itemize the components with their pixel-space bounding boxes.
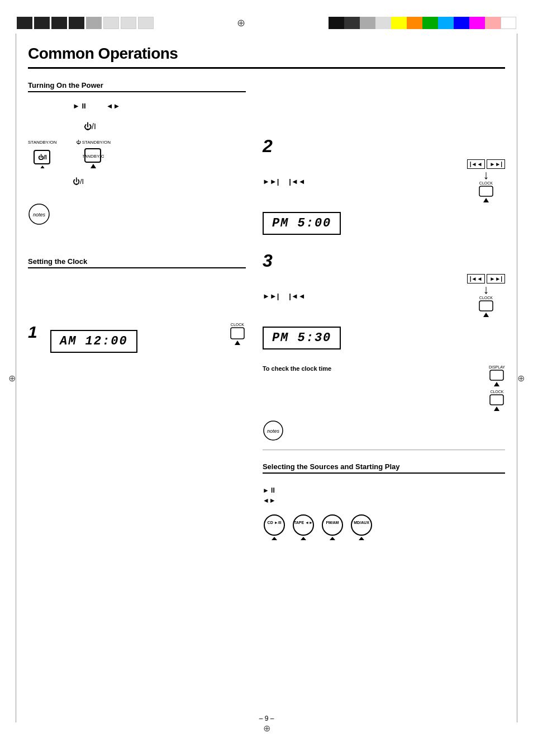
clock-icon-2: CLOCK	[478, 181, 494, 203]
color-sq-pink	[485, 17, 501, 29]
skip-btn-right-3: ►►|	[487, 274, 505, 284]
notes-icon-left: notes	[28, 203, 50, 225]
check-clock-row: To check the clock time DISPLAY	[263, 365, 505, 412]
stop-sym: ◄►	[263, 497, 276, 504]
step-3-controls: ►►| |◄◄ |◄◄ ►►| ↓ CLOCK	[263, 274, 505, 318]
turning-on-power-section: Turning On the Power ► II ◄► ⏻/I STANDBY…	[28, 80, 246, 225]
left-crosshair: ⊕	[8, 373, 16, 384]
standby-label-top: STANDBY/ON	[28, 140, 56, 145]
svg-marker-5	[91, 164, 96, 168]
stop-label: ◄►	[106, 102, 121, 110]
svg-marker-13	[483, 313, 489, 317]
color-sq-magenta	[469, 17, 485, 29]
step-1-num: 1	[28, 323, 42, 342]
standby-label-2: ⏻ STANDBY/ON	[76, 140, 111, 145]
svg-marker-15	[494, 382, 499, 386]
power-controls-row: ► II ◄►	[73, 102, 246, 110]
step3-display-row: PM 5:30	[263, 322, 505, 354]
arrow-down-3: ↓	[483, 284, 489, 296]
color-sq-green	[422, 17, 438, 29]
main-content: Common Operations Turning On the Power ►…	[28, 45, 505, 540]
svg-marker-11	[483, 198, 489, 202]
standby-btn-svg: ⏻/I	[32, 146, 53, 168]
color-sq-orange	[407, 17, 422, 29]
power-sym-main: ⏻/I	[84, 122, 96, 131]
clock-label-3: CLOCK	[479, 296, 493, 300]
reg-sq-8	[138, 17, 154, 29]
right-divider	[263, 450, 505, 450]
source-buttons-row: CD ►/II TAPE ◄►	[263, 513, 505, 540]
title-underline	[28, 67, 505, 69]
standby-on-icon-group: STANDBY/ON ⏻/I	[28, 140, 56, 168]
power-symbol-area: ⏻/I	[84, 121, 246, 131]
svg-marker-25	[301, 537, 306, 540]
svg-text:notes: notes	[267, 428, 280, 434]
svg-marker-22	[272, 537, 277, 540]
color-sq-white	[501, 17, 516, 29]
svg-rect-16	[490, 395, 503, 405]
mdaux-btn-svg: MD/AUX	[350, 513, 373, 540]
clock-display-3: PM 5:30	[263, 327, 341, 349]
svg-text:⏻/I: ⏻/I	[38, 154, 47, 160]
standby-icon: ⏻/I	[32, 146, 53, 168]
power-buttons-row: STANDBY/ON ⏻/I ⏻ STANDBY/ON	[28, 140, 246, 173]
top-crosshair: ⊕	[237, 17, 245, 29]
svg-text:STANDBY/ON: STANDBY/ON	[83, 154, 104, 159]
tape-button[interactable]: TAPE ◄►	[292, 513, 315, 540]
clock-label-2: CLOCK	[479, 181, 493, 185]
skip-back-3: |◄◄	[289, 292, 305, 300]
svg-point-26	[322, 515, 342, 535]
play-sym: ► II	[263, 486, 275, 494]
skip-back-2: |◄◄	[289, 177, 305, 186]
top-bar: ⊕	[0, 17, 533, 29]
display-icon: DISPLAY	[489, 365, 505, 387]
display-btn-svg	[489, 369, 505, 387]
turning-on-power-header: Turning On the Power	[28, 81, 246, 92]
reg-sq-2	[34, 17, 50, 29]
skip-fwd-2: ►►|	[263, 177, 279, 186]
clock-display-1: AM 12:00	[50, 330, 137, 353]
svg-marker-28	[330, 537, 335, 540]
svg-rect-14	[490, 370, 503, 380]
svg-text:TAPE ◄►: TAPE ◄►	[294, 521, 313, 525]
notes-area-right: notes	[263, 420, 505, 441]
cd-button[interactable]: CD ►/II	[263, 513, 286, 540]
mdaux-button[interactable]: MD/AUX	[350, 513, 373, 540]
right-column: 2 ►►| |◄◄ |◄◄ ►►| ↓ CLOCK	[257, 80, 505, 540]
color-sq-darkgray	[344, 17, 360, 29]
left-registration-bar	[17, 17, 154, 29]
svg-point-29	[351, 515, 372, 535]
clock-step-1: 1 AM 12:00 CLOCK	[28, 323, 246, 357]
cd-btn-svg: CD ►/II	[263, 513, 286, 540]
play-pause-label: ► II	[73, 102, 86, 110]
fmam-button[interactable]: FM/AM	[321, 513, 344, 540]
reg-sq-7	[121, 17, 136, 29]
two-column-layout: Turning On the Power ► II ◄► ⏻/I STANDBY…	[28, 80, 505, 540]
arrow-down-2: ↓	[483, 169, 489, 181]
step-3-num: 3	[263, 251, 505, 271]
setting-clock-section: Setting the Clock 1	[28, 256, 246, 357]
clock-btn-svg-2	[478, 185, 494, 203]
svg-rect-10	[479, 186, 493, 196]
clock-step-3-area: 3 ►►| |◄◄ |◄◄ ►►| ↓ CLOCK	[263, 251, 505, 354]
clock-btn-svg-3	[478, 300, 494, 318]
power-sym-2: ⏻/I	[73, 177, 84, 186]
clock-check-label: CLOCK	[490, 390, 503, 394]
svg-text:MD/AUX: MD/AUX	[354, 521, 369, 525]
bottom-crosshair: ⊕	[263, 723, 270, 734]
svg-point-20	[264, 515, 284, 535]
svg-marker-9	[235, 341, 240, 345]
spacer-1	[28, 237, 246, 248]
left-column: Turning On the Power ► II ◄► ⏻/I STANDBY…	[28, 80, 257, 540]
skip-fwd-3: ►►|	[263, 292, 279, 300]
color-sq-gray	[360, 17, 375, 29]
display-label: DISPLAY	[489, 365, 505, 369]
step3-right-controls: |◄◄ ►►| ↓ CLOCK	[467, 274, 505, 318]
skip-btn-right-2: ►►|	[487, 159, 505, 169]
check-clock-area: To check the clock time DISPLAY	[263, 365, 505, 441]
selecting-sources-section: Selecting the Sources and Starting Play …	[263, 461, 505, 540]
reg-sq-5	[86, 17, 102, 29]
step-1-display-row: AM 12:00	[50, 325, 137, 357]
svg-rect-12	[479, 301, 493, 311]
svg-point-23	[293, 515, 313, 535]
